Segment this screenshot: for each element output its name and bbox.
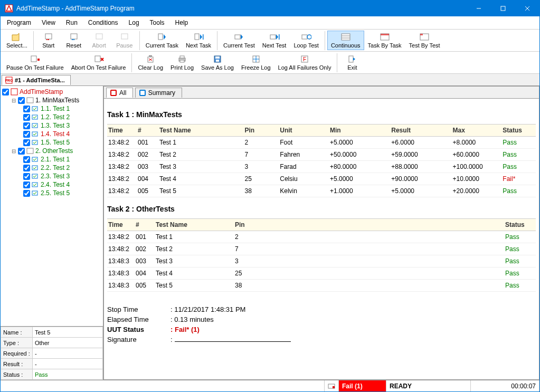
tree-checkbox[interactable] [23, 131, 30, 138]
maximize-button[interactable] [491, 1, 515, 16]
current-test-button[interactable]: Current Test [220, 31, 259, 50]
tree-item[interactable]: 2.4. Test 4 [2, 180, 101, 189]
collapse-icon[interactable]: ⊟ [11, 148, 16, 154]
col-status: Status [501, 125, 536, 137]
status-fail: Fail (1) [339, 380, 386, 391]
tree-checkbox[interactable] [2, 89, 9, 95]
tree-group[interactable]: ⊟2. OtherTests [2, 147, 101, 155]
reset-button[interactable]: Reset [61, 31, 87, 50]
summary-val: : [170, 336, 291, 343]
table-row: 13:48:2004Test 425Celsiu+5.0000+90.0000+… [107, 173, 536, 185]
tree-item[interactable]: 1.1. Test 1 [2, 104, 101, 113]
freeze-log-button[interactable]: Freeze Log [238, 53, 274, 72]
results-table-2: Time # Test Name Pin Status 13:48:2001Te… [107, 218, 536, 292]
save-log-button[interactable]: Save As Log [197, 53, 238, 72]
next-test-button[interactable]: Next Test [259, 31, 290, 50]
tree-group[interactable]: ⊟1. MinMaxTests [2, 96, 101, 104]
svg-rect-8 [71, 34, 77, 39]
tree-label: 2.1. Test 1 [41, 156, 70, 163]
tree-item[interactable]: 1.4. Test 4 [2, 130, 101, 138]
test-icon [32, 173, 39, 180]
svg-rect-51 [11, 89, 17, 95]
close-button[interactable] [515, 1, 539, 16]
table-row: 13:48:2002Test 27Fahren+50.0000+59.0000+… [107, 149, 536, 161]
menu-log[interactable]: Log [125, 17, 144, 28]
tree-checkbox[interactable] [23, 181, 30, 188]
col-num: # [135, 219, 155, 231]
test-by-test-button[interactable]: Test By Test [405, 31, 444, 50]
abort-button: Abort [87, 31, 112, 50]
pause-on-failure-button[interactable]: Pause On Test Failure [3, 53, 68, 72]
tab-all[interactable]: All [106, 88, 133, 98]
minimize-button[interactable] [467, 1, 491, 16]
tree-item[interactable]: 1.2. Test 2 [2, 113, 101, 121]
tree-item[interactable]: 2.3. Test 3 [2, 172, 101, 180]
program-icon: PRG [5, 77, 13, 84]
table-row: 13:48:3005Test 538Pass [107, 280, 536, 292]
svg-rect-14 [195, 34, 199, 40]
summary-key: Elapsed Time [107, 315, 170, 323]
document-tab[interactable]: PRG #1 - AddTimeSta... [2, 75, 71, 85]
select-button[interactable]: Select... [3, 31, 31, 50]
log-failures-only-button[interactable]: FLog All Failures Only [274, 53, 335, 72]
test-tree[interactable]: AddTimeStamp ⊟1. MinMaxTests 1.1. Test 1… [1, 86, 103, 326]
tree-checkbox[interactable] [23, 139, 30, 146]
tree-label: 2.3. Test 3 [41, 173, 70, 180]
exit-button[interactable]: Exit [339, 53, 365, 72]
task-by-task-button[interactable]: Task By Task [364, 31, 405, 50]
all-icon [110, 89, 117, 97]
collapse-icon[interactable]: ⊟ [11, 98, 16, 103]
tree-checkbox[interactable] [23, 106, 30, 112]
abort-on-failure-button[interactable]: Abort On Test Failure [68, 53, 130, 72]
current-task-button[interactable]: Current Task [142, 31, 182, 50]
tree-checkbox[interactable] [23, 165, 30, 171]
toolbar-secondary: Pause On Test Failure Abort On Test Fail… [1, 52, 539, 74]
svg-rect-54 [32, 115, 37, 119]
print-log-button[interactable]: Print Log [167, 53, 197, 72]
test-icon [32, 130, 39, 138]
svg-rect-13 [158, 34, 163, 40]
menu-tools[interactable]: Tools [146, 17, 169, 28]
menu-program[interactable]: Program [3, 17, 35, 28]
task-icon [26, 147, 34, 155]
svg-rect-57 [32, 140, 37, 145]
next-task-button[interactable]: Next Task [182, 31, 215, 50]
menu-help[interactable]: Help [171, 17, 193, 28]
svg-rect-2 [501, 6, 505, 11]
tree-item[interactable]: 2.2. Test 2 [2, 164, 101, 172]
tree-checkbox[interactable] [18, 148, 25, 155]
statusbar: Fail (1) READY 00:00:07 [1, 380, 539, 391]
tree-checkbox[interactable] [23, 114, 30, 121]
svg-rect-11 [96, 34, 102, 39]
tree-checkbox[interactable] [23, 156, 30, 163]
clear-log-button[interactable]: Clear Log [134, 53, 167, 72]
table-row: 13:48:2005Test 538Kelvin+1.0000+5.0000+2… [107, 185, 536, 197]
tree-item[interactable]: 2.5. Test 5 [2, 189, 101, 197]
tree-checkbox[interactable] [23, 173, 30, 180]
tree-root[interactable]: AddTimeStamp [2, 88, 101, 96]
test-icon [32, 105, 39, 112]
result-body[interactable]: Task 1 : MinMaxTests Time # Test Name Pi… [104, 99, 539, 379]
continuous-button[interactable]: Continuous [327, 31, 364, 50]
svg-rect-7 [48, 39, 49, 40]
summary-icon [139, 89, 146, 97]
menu-view[interactable]: View [37, 17, 60, 28]
tab-summary[interactable]: Summary [135, 88, 182, 98]
tree-checkbox[interactable] [23, 190, 30, 197]
tree-item[interactable]: 1.5. Test 5 [2, 138, 101, 147]
toolbar-primary: Select... Start Reset Abort Pause Curren… [1, 30, 539, 52]
tree-checkbox[interactable] [23, 122, 30, 129]
tree-item[interactable]: 1.3. Test 3 [2, 121, 101, 130]
svg-rect-12 [121, 34, 128, 39]
menu-run[interactable]: Run [62, 17, 82, 28]
table-row: 13:48:3003Test 33Pass [107, 255, 536, 267]
summary-key: Stop Time [107, 305, 170, 313]
loop-test-button[interactable]: Loop Test [290, 31, 323, 50]
svg-rect-18 [279, 34, 280, 40]
start-button[interactable]: Start [36, 31, 61, 50]
tree-checkbox[interactable] [18, 97, 25, 104]
summary-key: UUT Status [107, 326, 170, 333]
tree-label: 1.2. Test 2 [41, 113, 70, 121]
tree-item[interactable]: 2.1. Test 1 [2, 155, 101, 164]
menu-conditions[interactable]: Conditions [84, 17, 122, 28]
